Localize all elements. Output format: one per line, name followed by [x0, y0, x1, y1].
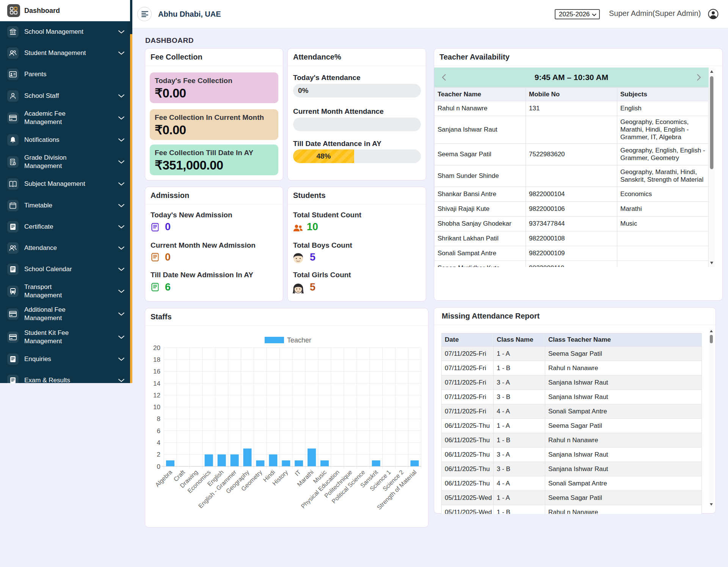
- svg-text:6: 6: [157, 427, 160, 435]
- svg-text:14: 14: [153, 380, 160, 387]
- svg-text:0: 0: [157, 463, 160, 470]
- svg-text:10: 10: [153, 404, 160, 411]
- svg-text:IT: IT: [293, 469, 302, 477]
- svg-text:8: 8: [157, 415, 160, 423]
- svg-text:Teacher: Teacher: [287, 336, 311, 344]
- svg-text:20: 20: [153, 344, 160, 352]
- svg-text:2: 2: [157, 451, 160, 458]
- svg-text:4: 4: [157, 439, 160, 446]
- svg-text:18: 18: [153, 356, 160, 363]
- svg-text:16: 16: [153, 368, 160, 375]
- svg-text:Algebra: Algebra: [154, 469, 173, 488]
- svg-text:12: 12: [153, 392, 160, 399]
